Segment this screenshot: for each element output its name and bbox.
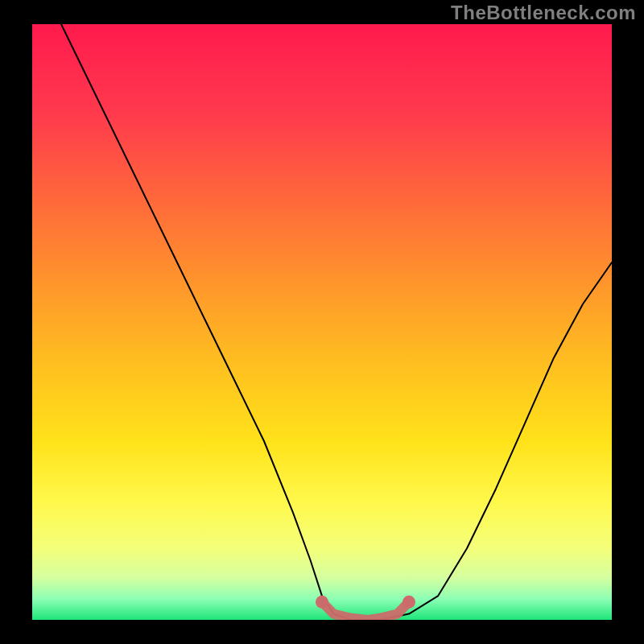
- chart-stage: TheBottleneck.com: [0, 0, 644, 644]
- watermark-text: TheBottleneck.com: [451, 2, 636, 24]
- frame-bottom: [0, 620, 644, 644]
- frame-left: [0, 0, 32, 644]
- optimal-band-end-dot: [402, 596, 415, 609]
- optimal-band-start-dot: [316, 596, 328, 609]
- bottleneck-chart: [0, 0, 644, 644]
- frame-right: [612, 0, 644, 644]
- chart-background: [32, 24, 612, 620]
